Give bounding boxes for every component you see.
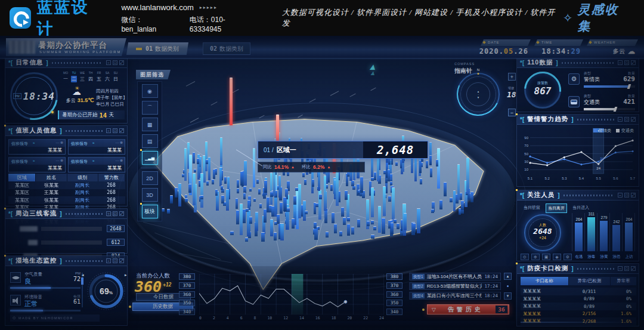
expand-icon[interactable]: ⤢ xyxy=(119,60,124,65)
window-icon[interactable]: □ xyxy=(113,60,117,65)
expand-icon[interactable]: ⤢ xyxy=(631,117,636,122)
column-header[interactable]: 姓名 xyxy=(36,174,66,181)
list-icon[interactable]: ▤ xyxy=(142,134,158,148)
svg-text:5.2: 5.2 xyxy=(544,177,550,180)
window-icon[interactable]: □ xyxy=(113,258,117,263)
camera-icon[interactable]: ⊚ xyxy=(564,254,572,260)
bar-chart-icon[interactable]: ▁▃▅ xyxy=(142,151,158,165)
alert-row[interactable]: 类型1湿地3-104片区有不明人员闯入18:24 xyxy=(409,273,501,280)
scroll-down-icon[interactable]: ▼ xyxy=(504,292,512,300)
column-header[interactable]: 异常/已检测 xyxy=(569,277,611,285)
wind-dash xyxy=(330,91,339,95)
focus-bar xyxy=(575,223,583,251)
person-icon[interactable]: ⊙ xyxy=(521,254,529,260)
traffic-type-item: 类型 交通类 数量 421 xyxy=(568,94,635,115)
table-row[interactable]: 某某区张某某副局长268 xyxy=(8,181,125,189)
minimize-icon[interactable]: − xyxy=(106,211,111,216)
gauge-right-arrow[interactable]: ▸ xyxy=(125,273,127,277)
zoom-in-button[interactable]: + xyxy=(508,73,516,81)
column-header[interactable]: 卡口名称 xyxy=(521,277,568,285)
collection-badge[interactable]: ✧ 灵感收集 xyxy=(563,1,644,35)
duty-leader-card[interactable]: 值班领导»⋯ ⊗某某某 xyxy=(68,139,125,155)
alert-history-button[interactable]: ▽ 告警历史 36 xyxy=(427,304,509,314)
column-header[interactable]: 异常率 xyxy=(611,277,636,285)
weekday-fr[interactable]: FR五 xyxy=(96,71,102,82)
weekday-tu[interactable]: TU二 xyxy=(71,71,77,82)
weekday-mo[interactable]: MO一 xyxy=(63,71,69,82)
svg-text:30: 30 xyxy=(524,160,528,164)
zoom-out-button[interactable]: − xyxy=(508,109,516,116)
expand-icon[interactable]: ⤢ xyxy=(631,266,636,271)
weekday-we[interactable]: WE三 xyxy=(79,71,85,82)
minimize-icon[interactable]: − xyxy=(618,60,623,65)
column-header[interactable]: 区域 xyxy=(8,174,35,181)
expand-icon[interactable]: ⤢ xyxy=(119,128,124,133)
focus-category-icons: ⊙ ⊕ ▣ ◈ ⊚ xyxy=(521,254,572,260)
dashboard: ▲▲ 暑期办公协作平台 SUMMER WORKING PLATFORM 01 数… xyxy=(0,36,644,330)
expand-icon[interactable]: ⤢ xyxy=(631,60,636,65)
tab-data-category-2[interactable]: 02 数据类别 xyxy=(203,42,250,55)
page: 蓝蓝设计 www.lanlanwork.com ▸▸▸▸▸ 微信：ben_lan… xyxy=(0,0,644,330)
weekday-su[interactable]: SU日 xyxy=(113,71,119,82)
window-icon[interactable]: □ xyxy=(624,266,629,271)
duty-leader-card[interactable]: 值班领导»⋯ ⊗某某某 xyxy=(8,157,66,172)
scroll-up-icon[interactable]: ▲ xyxy=(504,273,512,280)
checkpoint-row[interactable]: 某某某某0/890% xyxy=(521,295,636,303)
expand-icon[interactable]: ⤢ xyxy=(119,211,124,216)
table-row[interactable]: 某某区王某某副局长268 xyxy=(8,189,125,197)
key-icon[interactable]: ⊕ xyxy=(531,254,540,260)
alert-row[interactable]: 类型4某路口有小汽车连闯三个红灯18:24 xyxy=(409,292,501,300)
compass[interactable]: N ▴·▾ xyxy=(457,73,500,116)
up-arrow-icon: ▲ xyxy=(291,165,295,169)
focus-tab-1[interactable]: 当日离开 xyxy=(546,203,567,213)
column-header[interactable]: 级别 xyxy=(67,174,98,181)
minimize-icon[interactable]: − xyxy=(106,258,111,263)
column-header[interactable]: 警力数 xyxy=(98,174,125,181)
minimize-icon[interactable]: − xyxy=(618,266,623,271)
platform-title: 暑期办公协作平台 xyxy=(38,40,107,51)
expand-icon[interactable]: ⤢ xyxy=(119,258,124,263)
window-icon[interactable]: □ xyxy=(624,193,629,198)
panel-checkpoint: *[防疫卡口检测] −□⤢ 卡口名称异常/已检测异常率 某某某某0/3110%某… xyxy=(516,263,639,326)
window-icon[interactable]: □ xyxy=(624,60,629,65)
brand-logo[interactable]: 蓝蓝设计 xyxy=(0,0,106,39)
checkpoint-row[interactable]: 某某某某0/890% xyxy=(521,303,636,310)
camera-icon[interactable]: ◉ xyxy=(142,84,158,98)
minimize-icon[interactable]: − xyxy=(618,193,623,198)
checkpoint-row[interactable]: 某某某某2/1561.6% xyxy=(521,310,636,318)
gauge-left-arrow[interactable]: ◂ xyxy=(82,273,84,277)
window-icon[interactable]: □ xyxy=(624,117,629,122)
svg-text:30: 30 xyxy=(600,157,604,161)
panel-title: 关注人员 xyxy=(527,191,555,199)
tooltip-value: 2,648 xyxy=(363,141,428,158)
expand-icon[interactable]: ⤢ xyxy=(631,193,636,198)
window-icon[interactable]: □ xyxy=(113,211,117,216)
minimize-icon[interactable]: − xyxy=(106,128,111,133)
signal-icon[interactable]: ⌒ xyxy=(142,101,158,115)
minimize-icon[interactable]: − xyxy=(106,60,111,65)
website-link[interactable]: www.lanlanwork.com xyxy=(121,3,193,12)
focus-tab-0[interactable]: 当日驻留 xyxy=(522,203,542,213)
duty-leader-card[interactable]: 值班领导»⋯ ⊗某某某 xyxy=(68,157,125,172)
mode-2d-button[interactable]: 2D xyxy=(142,171,158,185)
flag-icon[interactable]: ◈ xyxy=(553,254,561,260)
mode-3d-button[interactable]: 3D xyxy=(142,188,158,202)
table-row[interactable]: 某某区张某某副局长268 xyxy=(8,196,125,204)
id-card-icon[interactable]: ▣ xyxy=(542,254,550,260)
tab-data-category-1[interactable]: 01 数据类别 xyxy=(126,42,188,55)
mode-block-button[interactable]: 板块 xyxy=(142,205,158,218)
alert-type-item: ⚙ 类型 警情类 数量 629 xyxy=(568,71,635,92)
eco-slider[interactable] xyxy=(82,273,83,307)
alert-row[interactable]: 类型2RD13-53烟感报警疑似火灾17:24 xyxy=(409,282,501,290)
minimize-icon[interactable]: − xyxy=(618,117,623,122)
weekday-th[interactable]: TH四 xyxy=(88,71,94,82)
checkpoint-row[interactable]: 某某某某0/3110% xyxy=(521,288,636,295)
clock-widget: PM 18:34 xyxy=(10,72,58,120)
flow-bar-row: 612 xyxy=(10,239,123,247)
window-icon[interactable]: □ xyxy=(113,128,117,133)
weekday-sa[interactable]: SA六 xyxy=(104,71,110,82)
grid-icon[interactable]: ▦ xyxy=(142,118,158,131)
y-axis-right: 380370360350340 xyxy=(386,273,402,315)
tooltip-index: 01 / xyxy=(264,147,274,153)
duty-leader-card[interactable]: 值班领导»⋯ ⊗某某某 xyxy=(8,139,66,155)
